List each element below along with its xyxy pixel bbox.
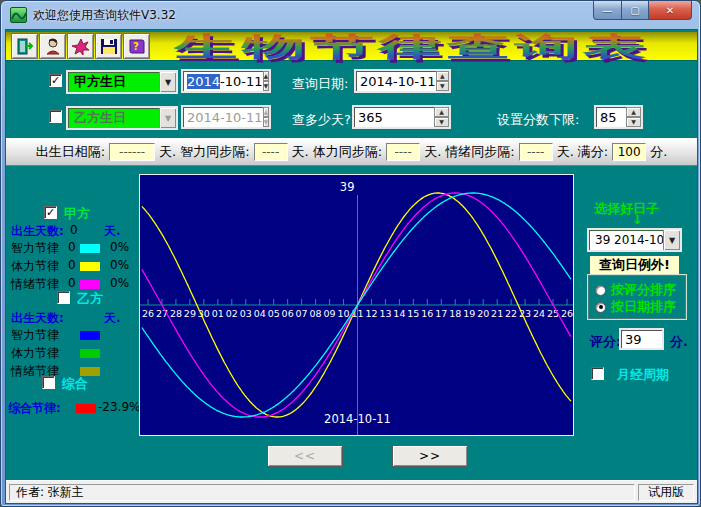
- chevron-down-icon[interactable]: ▼: [663, 230, 680, 250]
- query-date-spinner[interactable]: ▲▼: [436, 71, 449, 91]
- b-intellect-label: 智力节律: [11, 327, 59, 344]
- days-spinner[interactable]: ▲▼: [434, 107, 449, 127]
- chevron-down-icon[interactable]: ▼: [159, 72, 176, 92]
- biorhythm-chart: 2627282930010203040506070809101112131415…: [139, 174, 574, 436]
- sort-by-score-option[interactable]: 按评分排序: [595, 281, 676, 299]
- score-field[interactable]: 39: [619, 328, 664, 350]
- legend-party-b-label: 乙方: [77, 290, 103, 308]
- a-emotion-percent: 0%: [110, 276, 129, 290]
- full-score-suffix: 分.: [650, 143, 667, 161]
- physical-sync-label: 体力同步隔:: [313, 143, 382, 161]
- svg-text:03: 03: [240, 308, 252, 319]
- birth-gap-field[interactable]: ------: [109, 143, 155, 161]
- a-intellect-percent: 0%: [110, 240, 129, 254]
- days-field[interactable]: 365 ▲▼: [352, 105, 451, 129]
- title-bar[interactable]: 欢迎您使用查询软件V3.32 — ▢ ✕: [1, 1, 700, 29]
- legend-panel: ✓ 甲方 出生天数: 0 天. 智力节律 0 0% 体力节律 0 0% 情绪节律…: [6, 198, 139, 488]
- b-physical-swatch: [80, 349, 100, 358]
- a-physical-value: 0: [68, 258, 76, 272]
- minimize-button[interactable]: —: [593, 1, 622, 20]
- svg-text:10: 10: [337, 308, 349, 319]
- sort-groupbox: 按评分排序 按日期排序: [587, 274, 687, 320]
- score-limit-field[interactable]: 85 ▲▼: [594, 105, 643, 129]
- party-b-checkbox[interactable]: [49, 110, 62, 123]
- client-area: ? 生物节律查询表 生物节律查询表 ✓ 甲方生日 ▼ 2014-10-11 ▲▼…: [5, 29, 698, 504]
- svg-text:26: 26: [561, 308, 573, 319]
- sort-by-date-option[interactable]: 按日期排序: [595, 298, 676, 316]
- close-button[interactable]: ✕: [649, 1, 692, 20]
- sort-by-date-label: 按日期排序: [611, 298, 676, 316]
- legend-composite-checkbox[interactable]: [42, 376, 55, 389]
- legend-party-b-checkbox[interactable]: [57, 291, 70, 304]
- svg-text:06: 06: [282, 308, 294, 319]
- composite-value: -23.9%: [98, 400, 140, 414]
- pick-good-day-label: 选择好日子: [594, 200, 659, 218]
- party-a-date-field[interactable]: 2014-10-11 ▲▼: [181, 69, 271, 93]
- party-a-combo-label: 甲方生日: [68, 73, 159, 91]
- party-b-date-spinner: ▲▼: [263, 107, 270, 127]
- a-intellect-label: 智力节律: [11, 240, 59, 257]
- tools-button[interactable]: [67, 33, 94, 59]
- a-intellect-swatch: [80, 244, 100, 253]
- party-a-date-tail[interactable]: -10-11: [220, 74, 262, 89]
- good-day-combo-value: 39 2014-10-1:: [589, 233, 663, 247]
- menstrual-cycle-checkbox[interactable]: [591, 367, 604, 380]
- physical-sync-field[interactable]: ----: [386, 143, 420, 161]
- next-button[interactable]: >>: [392, 445, 468, 467]
- a-physical-swatch: [80, 262, 100, 271]
- a-intellect-value: 0: [68, 240, 76, 254]
- maximize-button[interactable]: ▢: [622, 1, 649, 20]
- good-day-combo[interactable]: 39 2014-10-1: ▼: [587, 228, 682, 252]
- svg-text:02: 02: [226, 308, 238, 319]
- score-limit-value[interactable]: 85: [596, 110, 626, 125]
- a-birth-days-suffix: 天.: [104, 223, 121, 240]
- query-date-value[interactable]: 2014-10-11: [356, 74, 436, 89]
- full-score-field[interactable]: 100: [612, 143, 646, 161]
- svg-text:26: 26: [142, 308, 154, 319]
- intellect-sync-label: 智力同步隔:: [180, 143, 249, 161]
- user-button[interactable]: [39, 33, 66, 59]
- score-suffix: 分.: [670, 333, 688, 351]
- intellect-sync-suffix: 天.: [292, 143, 309, 161]
- svg-text:05: 05: [268, 308, 280, 319]
- a-physical-label: 体力节律: [11, 258, 59, 275]
- score-value[interactable]: 39: [621, 332, 662, 347]
- radio-icon[interactable]: [595, 302, 606, 313]
- edition-badge: 试用版: [638, 484, 694, 501]
- svg-text:17: 17: [435, 308, 447, 319]
- exit-button[interactable]: [11, 33, 38, 59]
- svg-text:21: 21: [491, 308, 503, 319]
- svg-text:14: 14: [393, 308, 405, 319]
- b-intellect-swatch: [80, 331, 100, 340]
- composite-rhythm-label: 综合节律:: [8, 400, 61, 417]
- legend-party-a-checkbox[interactable]: ✓: [44, 206, 57, 219]
- intellect-sync-field[interactable]: ----: [254, 143, 288, 161]
- help-button[interactable]: ?: [123, 33, 150, 59]
- party-a-date-spinner[interactable]: ▲▼: [263, 71, 270, 91]
- party-a-date-year[interactable]: 2014: [187, 74, 220, 89]
- score-limit-spinner[interactable]: ▲▼: [626, 107, 641, 127]
- save-button[interactable]: [95, 33, 122, 59]
- a-emotion-swatch: [80, 280, 100, 289]
- svg-text:28: 28: [170, 308, 182, 319]
- days-value[interactable]: 365: [354, 110, 434, 125]
- prev-button[interactable]: <<: [267, 445, 343, 467]
- full-score-label: 满分:: [578, 143, 608, 161]
- a-emotion-value: 0: [68, 276, 76, 290]
- svg-text:18: 18: [449, 308, 461, 319]
- svg-text:08: 08: [310, 308, 322, 319]
- sort-by-score-label: 按评分排序: [611, 281, 676, 299]
- down-arrow-icon: ↓: [632, 212, 643, 227]
- score-limit-label: 设置分数下限:: [497, 111, 579, 129]
- a-emotion-label: 情绪节律: [11, 276, 59, 293]
- radio-icon[interactable]: [595, 285, 606, 296]
- party-a-checkbox[interactable]: ✓: [49, 74, 62, 87]
- b-physical-label: 体力节律: [11, 345, 59, 362]
- svg-text:19: 19: [463, 308, 475, 319]
- query-date-field[interactable]: 2014-10-11 ▲▼: [354, 69, 451, 93]
- emotion-sync-suffix: 天.: [557, 143, 574, 161]
- party-a-birthday-combo[interactable]: 甲方生日 ▼: [66, 70, 178, 94]
- sync-info-strip: 出生日相隔: ------ 天. 智力同步隔: ---- 天. 体力同步隔: -…: [6, 138, 697, 166]
- svg-text:15: 15: [407, 308, 419, 319]
- emotion-sync-field[interactable]: ----: [519, 143, 553, 161]
